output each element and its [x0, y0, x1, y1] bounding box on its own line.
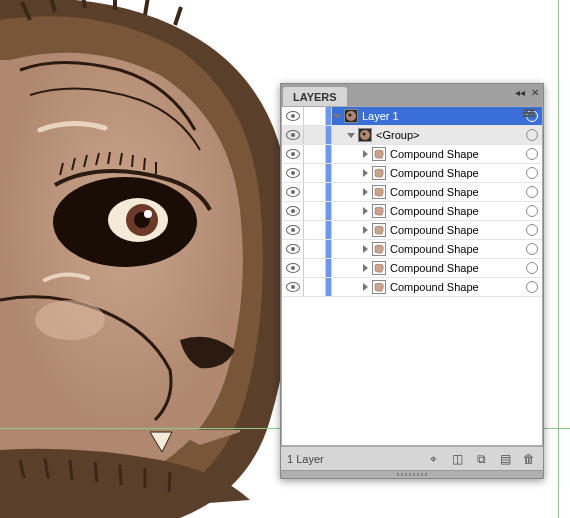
layer-row[interactable]: Layer 1 — [282, 107, 542, 126]
layers-tab[interactable]: LAYERS — [283, 87, 347, 106]
svg-point-10 — [363, 133, 366, 136]
layer-thumbnail — [344, 109, 358, 123]
layer-name-label: Layer 1 — [362, 110, 524, 122]
target-icon[interactable] — [526, 167, 538, 179]
lock-toggle[interactable] — [304, 145, 326, 163]
visibility-toggle[interactable] — [282, 240, 304, 258]
layer-row[interactable]: Compound Shape — [282, 183, 542, 202]
layer-tree-item[interactable]: Compound Shape — [332, 221, 542, 239]
layer-thumbnail — [372, 147, 386, 161]
make-clipping-mask-icon[interactable]: ◫ — [449, 451, 465, 467]
layer-count-label: 1 Layer — [287, 453, 425, 465]
target-icon[interactable] — [526, 186, 538, 198]
disclosure-triangle-icon[interactable] — [332, 111, 342, 121]
lock-toggle[interactable] — [304, 126, 326, 144]
visibility-toggle[interactable] — [282, 221, 304, 239]
disclosure-triangle-icon[interactable] — [360, 168, 370, 178]
svg-point-6 — [35, 300, 105, 340]
svg-point-5 — [144, 210, 152, 218]
target-icon[interactable] — [526, 281, 538, 293]
layer-tree-item[interactable]: Compound Shape — [332, 278, 542, 296]
visibility-toggle[interactable] — [282, 202, 304, 220]
disclosure-triangle-icon[interactable] — [360, 263, 370, 273]
layer-tree-item[interactable]: <Group> — [332, 126, 542, 144]
target-icon[interactable] — [526, 262, 538, 274]
panel-menu-icon[interactable] — [523, 109, 537, 121]
layer-name-label: Compound Shape — [390, 262, 524, 274]
new-layer-icon[interactable]: ▤ — [497, 451, 513, 467]
layer-thumbnail — [358, 128, 372, 142]
target-icon[interactable] — [526, 205, 538, 217]
lock-toggle[interactable] — [304, 107, 326, 125]
collapse-icon[interactable]: ◂◂ — [515, 87, 525, 98]
visibility-toggle[interactable] — [282, 278, 304, 296]
layer-tree-item[interactable]: Compound Shape — [332, 202, 542, 220]
target-icon[interactable] — [526, 243, 538, 255]
eye-icon — [286, 263, 300, 273]
layer-thumbnail — [372, 204, 386, 218]
layer-row[interactable]: Compound Shape — [282, 145, 542, 164]
visibility-toggle[interactable] — [282, 126, 304, 144]
disclosure-triangle-icon[interactable] — [360, 282, 370, 292]
eye-icon — [286, 282, 300, 292]
disclosure-triangle-icon[interactable] — [360, 149, 370, 159]
layer-tree-item[interactable]: Layer 1 — [332, 107, 542, 125]
visibility-toggle[interactable] — [282, 183, 304, 201]
layer-thumbnail — [372, 242, 386, 256]
eye-icon — [286, 149, 300, 159]
layer-row[interactable]: Compound Shape — [282, 278, 542, 297]
layer-tree-item[interactable]: Compound Shape — [332, 145, 542, 163]
layer-row[interactable]: Compound Shape — [282, 164, 542, 183]
target-icon[interactable] — [526, 129, 538, 141]
close-icon[interactable]: ✕ — [531, 87, 539, 98]
eye-icon — [286, 244, 300, 254]
eye-icon — [286, 187, 300, 197]
visibility-toggle[interactable] — [282, 145, 304, 163]
layer-row[interactable]: Compound Shape — [282, 240, 542, 259]
disclosure-triangle-icon[interactable] — [360, 225, 370, 235]
layer-thumbnail — [372, 185, 386, 199]
layer-name-label: Compound Shape — [390, 167, 524, 179]
layer-row[interactable]: <Group> — [282, 126, 542, 145]
disclosure-triangle-icon[interactable] — [360, 206, 370, 216]
layers-panel: LAYERS ◂◂ ✕ Layer 1<Group>Compound Shape… — [280, 83, 544, 479]
panel-status-bar: 1 Layer ⌖ ◫ ⧉ ▤ 🗑 — [281, 446, 543, 470]
lock-toggle[interactable] — [304, 202, 326, 220]
layer-tree-item[interactable]: Compound Shape — [332, 183, 542, 201]
eye-icon — [286, 111, 300, 121]
layer-name-label: Compound Shape — [390, 281, 524, 293]
layer-row[interactable]: Compound Shape — [282, 221, 542, 240]
layer-list[interactable]: Layer 1<Group>Compound ShapeCompound Sha… — [281, 106, 543, 446]
visibility-toggle[interactable] — [282, 164, 304, 182]
target-icon[interactable] — [526, 224, 538, 236]
layer-tree-item[interactable]: Compound Shape — [332, 164, 542, 182]
new-sublayer-icon[interactable]: ⧉ — [473, 451, 489, 467]
locate-object-icon[interactable]: ⌖ — [425, 451, 441, 467]
eye-icon — [286, 130, 300, 140]
lock-toggle[interactable] — [304, 164, 326, 182]
visibility-toggle[interactable] — [282, 259, 304, 277]
layer-name-label: Compound Shape — [390, 224, 524, 236]
lock-toggle[interactable] — [304, 183, 326, 201]
svg-point-8 — [349, 114, 352, 117]
disclosure-triangle-icon[interactable] — [346, 130, 356, 140]
layer-thumbnail — [372, 261, 386, 275]
eye-icon — [286, 225, 300, 235]
disclosure-triangle-icon[interactable] — [360, 244, 370, 254]
delete-layer-icon[interactable]: 🗑 — [521, 451, 537, 467]
layer-name-label: Compound Shape — [390, 148, 524, 160]
lock-toggle[interactable] — [304, 240, 326, 258]
disclosure-triangle-icon[interactable] — [360, 187, 370, 197]
layer-name-label: Compound Shape — [390, 186, 524, 198]
layer-tree-item[interactable]: Compound Shape — [332, 240, 542, 258]
target-icon[interactable] — [526, 148, 538, 160]
panel-resize-handle[interactable] — [281, 470, 543, 478]
lock-toggle[interactable] — [304, 278, 326, 296]
lock-toggle[interactable] — [304, 221, 326, 239]
visibility-toggle[interactable] — [282, 107, 304, 125]
lock-toggle[interactable] — [304, 259, 326, 277]
layer-tree-item[interactable]: Compound Shape — [332, 259, 542, 277]
layer-thumbnail — [372, 223, 386, 237]
layer-row[interactable]: Compound Shape — [282, 202, 542, 221]
layer-row[interactable]: Compound Shape — [282, 259, 542, 278]
